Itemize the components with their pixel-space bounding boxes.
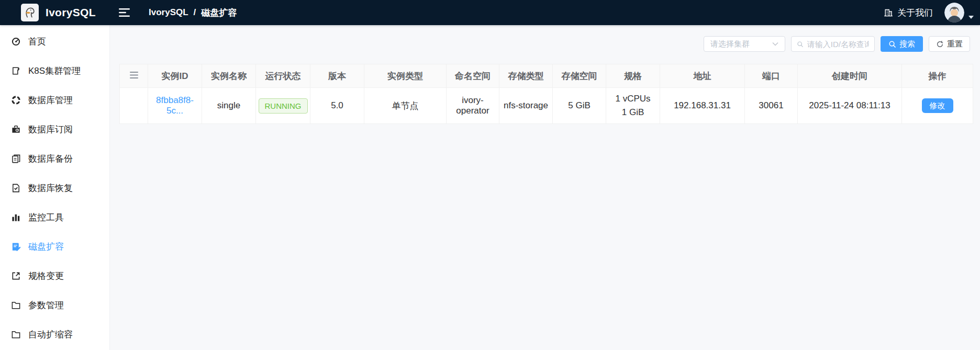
- search-field: [791, 36, 875, 52]
- version-cell: 5.0: [310, 88, 364, 124]
- restore-check-icon: [10, 183, 21, 193]
- subscription-icon: [10, 124, 21, 134]
- topbar-right: 关于我们: [884, 3, 980, 22]
- sidebar-item-database-subscription[interactable]: 数据库订阅: [0, 115, 109, 144]
- header-status: 运行状态: [256, 64, 310, 88]
- sidebar-item-database-restore[interactable]: 数据库恢复: [0, 173, 109, 202]
- port-cell: 30061: [745, 88, 798, 124]
- sidebar-item-label: 数据库管理: [28, 94, 73, 106]
- database-manage-icon: [10, 95, 21, 105]
- main-content: 请选择集群 搜索 重置: [110, 25, 980, 350]
- header-storage-type: 存储类型: [499, 64, 553, 88]
- header-actions: 操作: [902, 64, 973, 88]
- sidebar-item-home[interactable]: 首页: [0, 27, 109, 56]
- header-storage-size: 存储空间: [553, 64, 606, 88]
- breadcrumb-root[interactable]: IvorySQL: [149, 7, 188, 18]
- chevron-down-icon[interactable]: [968, 16, 974, 19]
- brand: IvorySQL: [0, 4, 110, 21]
- status-badge: RUNNING: [259, 98, 308, 114]
- address-cell: 192.168.31.31: [660, 88, 745, 124]
- breadcrumb-current: 磁盘扩容: [201, 7, 237, 19]
- namespace-cell: ivory-operator: [447, 88, 499, 124]
- table-header-row: 实例ID 实例名称 运行状态 版本 实例类型 命名空间 存储类型 存储空间 规格…: [120, 64, 973, 88]
- sidebar-item-label: 监控工具: [28, 211, 64, 223]
- breadcrumb: IvorySQL / 磁盘扩容: [149, 7, 237, 19]
- ivorysql-logo-icon: [21, 4, 39, 21]
- instance-id-link[interactable]: 8fbba8f8-5c...: [156, 95, 194, 116]
- sidebar-item-autoscale[interactable]: 自动扩缩容: [0, 320, 109, 349]
- storage-size-cell: 5 GiB: [553, 88, 606, 124]
- instances-table: 实例ID 实例名称 运行状态 版本 实例类型 命名空间 存储类型 存储空间 规格…: [119, 64, 973, 124]
- sidebar-item-database-manage[interactable]: 数据库管理: [0, 85, 109, 115]
- sidebar-item-label: 数据库恢复: [28, 182, 73, 194]
- about-us-link[interactable]: 关于我们: [884, 7, 933, 19]
- folder-icon: [10, 300, 21, 310]
- folder-icon: [10, 329, 21, 340]
- breadcrumb-separator: /: [194, 7, 196, 18]
- storage-type-cell: nfs-storage: [499, 88, 553, 124]
- brand-title: IvorySQL: [46, 6, 96, 19]
- search-input[interactable]: [807, 40, 869, 49]
- header-version: 版本: [310, 64, 364, 88]
- spec-cell: 1 vCPUs 1 GiB: [606, 88, 660, 124]
- sidebar-item-label: 参数管理: [28, 299, 64, 311]
- created-at-cell: 2025-11-24 08:11:13: [798, 88, 902, 124]
- about-us-label: 关于我们: [897, 7, 933, 19]
- refresh-icon: [936, 40, 944, 48]
- filter-bar: 请选择集群 搜索 重置: [704, 36, 970, 52]
- sidebar-item-monitor-tools[interactable]: 监控工具: [0, 202, 109, 232]
- table-row: 8fbba8f8-5c... single RUNNING 5.0 单节点 iv…: [120, 88, 973, 124]
- header-instance-type: 实例类型: [364, 64, 447, 88]
- actions-cell: 修改: [902, 88, 973, 124]
- search-button[interactable]: 搜索: [881, 36, 923, 52]
- edit-button[interactable]: 修改: [922, 98, 953, 113]
- header-address: 地址: [660, 64, 745, 88]
- cluster-select[interactable]: 请选择集群: [704, 36, 785, 52]
- search-icon: [888, 40, 896, 48]
- sidebar-nav: 首页 K8S集群管理 数据库管理 数据库订阅: [0, 25, 110, 350]
- sidebar-item-label: K8S集群管理: [28, 65, 81, 77]
- dashboard-icon: [10, 36, 21, 47]
- spec-memory: 1 GiB: [606, 106, 660, 119]
- cluster-icon: [10, 65, 21, 76]
- search-button-label: 搜索: [899, 39, 915, 49]
- header-namespace: 命名空间: [447, 64, 499, 88]
- column-settings-header[interactable]: [120, 64, 148, 88]
- reset-button[interactable]: 重置: [929, 36, 970, 52]
- instance-name-cell: single: [202, 88, 256, 124]
- sidebar-item-label: 自动扩缩容: [28, 329, 73, 341]
- disk-expand-icon: [10, 241, 21, 252]
- sidebar-item-label: 规格变更: [28, 270, 64, 282]
- header-instance-id: 实例ID: [148, 64, 202, 88]
- sidebar-item-database-backup[interactable]: 数据库备份: [0, 144, 109, 173]
- sidebar-item-spec-change[interactable]: 规格变更: [0, 261, 109, 290]
- sidebar-item-label: 数据库订阅: [28, 123, 73, 136]
- top-navbar: IvorySQL IvorySQL / 磁盘扩容 关于我们: [0, 0, 980, 25]
- menu-fold-icon[interactable]: [119, 8, 130, 17]
- cluster-select-placeholder: 请选择集群: [710, 39, 750, 49]
- spec-cpu: 1 vCPUs: [606, 92, 660, 106]
- sidebar-item-label: 数据库备份: [28, 153, 73, 165]
- list-menu-icon: [130, 72, 138, 78]
- search-icon: [797, 40, 804, 48]
- spec-change-icon: [10, 270, 21, 281]
- row-expand-cell: [120, 88, 148, 124]
- backup-copy-icon: [10, 153, 21, 164]
- monitor-chart-icon: [10, 212, 21, 222]
- header-spec: 规格: [606, 64, 660, 88]
- reset-button-label: 重置: [947, 39, 963, 49]
- sidebar-item-disk-expand[interactable]: 磁盘扩容: [0, 232, 109, 261]
- header-port: 端口: [745, 64, 798, 88]
- instance-type-cell: 单节点: [364, 88, 447, 124]
- sidebar-item-param-manage[interactable]: 参数管理: [0, 290, 109, 320]
- sidebar-item-k8s-cluster[interactable]: K8S集群管理: [0, 56, 109, 85]
- building-icon: [884, 8, 893, 17]
- user-avatar[interactable]: [944, 3, 964, 22]
- sidebar-item-label: 磁盘扩容: [28, 241, 64, 253]
- header-created-at: 创建时间: [798, 64, 902, 88]
- sidebar-item-label: 首页: [28, 36, 46, 48]
- chevron-down-icon: [772, 42, 778, 46]
- header-instance-name: 实例名称: [202, 64, 256, 88]
